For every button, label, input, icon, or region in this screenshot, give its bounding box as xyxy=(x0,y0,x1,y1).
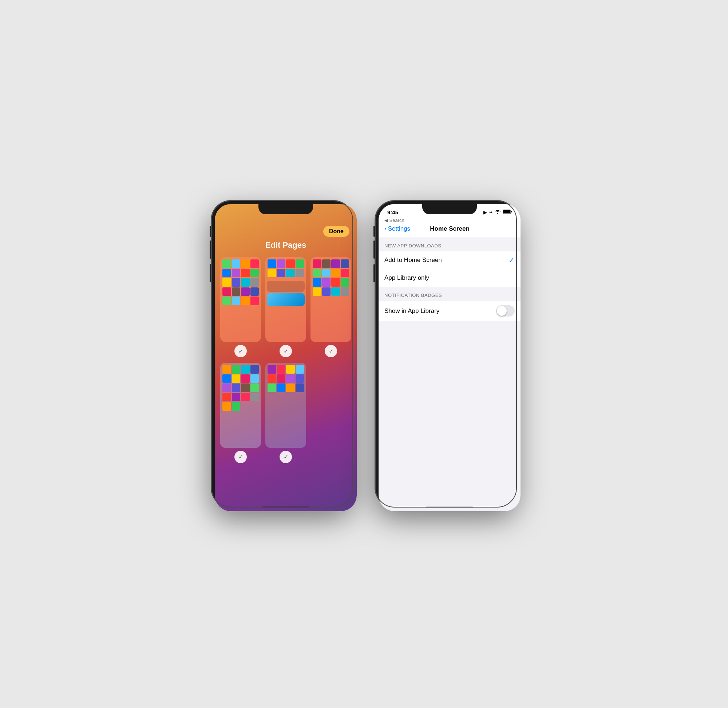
row-add-to-home-screen[interactable]: Add to Home Screen ✓ xyxy=(379,251,520,269)
pages-grid-top: ✓ xyxy=(215,257,357,357)
page-placeholder xyxy=(311,363,351,463)
right-screen: 9:45 ▶ •• ◀ Search ‹ Settin xyxy=(379,204,520,511)
location-icon: ▶ xyxy=(483,210,487,215)
settings-group-new-app-downloads: Add to Home Screen ✓ App Library only xyxy=(379,251,520,287)
right-volume-down-button[interactable] xyxy=(373,264,375,282)
dots-icon: •• xyxy=(489,210,493,215)
settings-screen: 9:45 ▶ •• ◀ Search ‹ Settin xyxy=(379,204,520,511)
page-thumb-3 xyxy=(311,257,351,342)
section-header-notification-badges: NOTIFICATION BADGES xyxy=(379,287,520,301)
row-app-library-only[interactable]: App Library only xyxy=(379,269,520,287)
page-check-2[interactable]: ✓ xyxy=(279,345,292,357)
left-phone: Done Edit Pages xyxy=(211,200,353,508)
toggle-knob xyxy=(497,306,507,316)
photo-widget xyxy=(267,293,305,306)
pages-grid-bottom: ✓ xyxy=(215,363,357,463)
widget-weather xyxy=(267,281,305,292)
wifi-icon xyxy=(495,210,500,215)
edit-pages-background: Done Edit Pages xyxy=(215,204,357,511)
page-thumb-1 xyxy=(220,257,261,342)
page-check-1[interactable]: ✓ xyxy=(234,345,247,357)
row-show-in-app-library[interactable]: Show in App Library xyxy=(379,301,520,321)
mute-button[interactable] xyxy=(210,226,211,237)
page-item-2[interactable]: ✓ xyxy=(265,257,306,357)
page-item-3[interactable]: ✓ xyxy=(311,257,351,357)
page-item-5[interactable]: ✓ xyxy=(265,363,306,463)
status-time: 9:45 xyxy=(387,209,398,215)
page-check-5[interactable]: ✓ xyxy=(279,451,292,463)
page-check-4[interactable]: ✓ xyxy=(234,451,247,463)
page-thumb-5 xyxy=(265,363,306,447)
right-mute-button[interactable] xyxy=(373,226,375,237)
page-item-4[interactable]: ✓ xyxy=(220,363,261,463)
volume-down-button[interactable] xyxy=(210,264,211,282)
svg-rect-2 xyxy=(503,210,510,213)
back-label[interactable]: Settings xyxy=(388,225,410,232)
home-indicator xyxy=(262,506,310,508)
right-phone: 9:45 ▶ •• ◀ Search ‹ Settin xyxy=(375,200,517,508)
edit-pages-title: Edit Pages xyxy=(265,241,306,250)
show-in-app-library-toggle[interactable] xyxy=(496,305,515,316)
add-to-home-screen-check: ✓ xyxy=(509,256,515,264)
right-home-indicator xyxy=(426,506,473,508)
right-notch xyxy=(422,204,477,214)
add-to-home-screen-label: Add to Home Screen xyxy=(384,257,509,264)
back-button[interactable]: ‹ Settings xyxy=(384,225,410,232)
page-thumb-4 xyxy=(220,363,261,447)
notch xyxy=(259,204,313,214)
status-icons: ▶ •• xyxy=(483,210,512,215)
nav-title: Home Screen xyxy=(410,225,489,232)
settings-group-notification-badges: Show in App Library xyxy=(379,301,520,321)
nav-bar: ‹ Settings Home Screen xyxy=(379,224,520,237)
search-hint: ◀ Search xyxy=(379,217,520,224)
battery-icon xyxy=(503,210,512,215)
section-header-new-app-downloads: NEW APP DOWNLOADS xyxy=(379,237,520,251)
right-volume-up-button[interactable] xyxy=(373,241,375,259)
page-thumb-2 xyxy=(265,257,306,342)
svg-rect-1 xyxy=(511,211,512,212)
left-screen: Done Edit Pages xyxy=(215,204,357,511)
app-library-only-label: App Library only xyxy=(384,274,515,281)
done-button[interactable]: Done xyxy=(323,226,349,237)
page-item-1[interactable]: ✓ xyxy=(220,257,261,357)
show-in-app-library-label: Show in App Library xyxy=(384,308,496,315)
page-check-3[interactable]: ✓ xyxy=(325,345,337,357)
chevron-left-icon: ‹ xyxy=(384,225,387,232)
volume-up-button[interactable] xyxy=(210,241,211,259)
